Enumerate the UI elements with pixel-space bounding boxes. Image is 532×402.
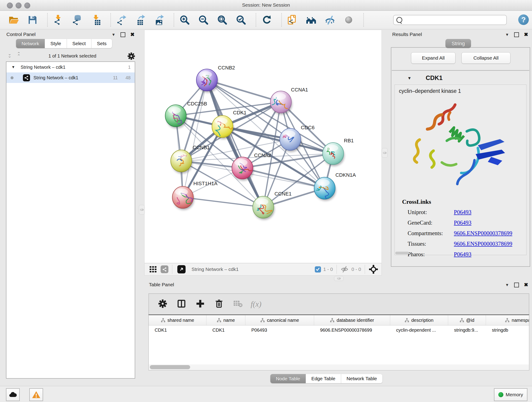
import-network-database-button[interactable] (71, 14, 83, 26)
collapse-all-button[interactable]: Collapse All (462, 52, 510, 64)
function-builder-icon[interactable]: f(x) (251, 300, 261, 308)
gene-section-header[interactable]: ▼ CDK1 (392, 73, 529, 83)
network-tree: ▼ String Network – cdk1 1 String Network… (6, 61, 135, 379)
tab-style[interactable]: Style (45, 39, 67, 48)
render-mode-button[interactable] (343, 14, 355, 26)
tab-node-table[interactable]: Node Table (270, 374, 306, 383)
export-table-button[interactable] (134, 14, 146, 26)
tab-network-table[interactable]: Network Table (341, 374, 383, 383)
crosslink-link[interactable]: P06493 (454, 220, 471, 226)
export-network-button[interactable] (115, 14, 127, 26)
crosslink-link[interactable]: 9606.ENSP00000378699 (454, 230, 512, 236)
table-cell[interactable]: 9606.ENSP00000378699 (314, 327, 390, 333)
search-input[interactable] (404, 17, 506, 23)
network-node-RB1[interactable]: RB1 (323, 138, 354, 166)
settings-gear-button[interactable] (158, 299, 168, 310)
expand-all-button[interactable]: Expand All (411, 52, 456, 64)
column-header-name[interactable]: name (206, 315, 245, 325)
split-columns-button[interactable] (177, 299, 186, 310)
column-header-database-identifier[interactable]: database identifier (314, 315, 390, 325)
results-panel-menu-icon[interactable]: ▼ (505, 33, 509, 37)
table-row[interactable]: CDK1CDK1P064939606.ENSP00000378699cyclin… (149, 325, 529, 335)
cloud-status-button[interactable] (6, 388, 20, 401)
crosslink-row: Compartments: 9606.ENSP00000378699 (408, 230, 522, 241)
network-canvas[interactable]: CCNB2 CCNA1 CDC25B CDK1 CDC6 (144, 30, 382, 263)
crosslink-link[interactable]: P06493 (454, 209, 471, 216)
collapse-all-networks-icon[interactable]: ⌄⌄ (6, 53, 13, 57)
network-options-gear-icon[interactable] (127, 52, 136, 61)
table-cell[interactable]: P06493 (245, 327, 314, 333)
control-panel-float-icon[interactable] (120, 32, 125, 37)
zoom-out-button[interactable] (197, 14, 209, 26)
import-table-file-button[interactable] (90, 14, 102, 26)
zoom-in-button[interactable] (179, 14, 191, 26)
table-panel-float-icon[interactable] (514, 283, 519, 287)
table-panel-close-icon[interactable]: ✖ (524, 282, 528, 287)
results-scrollbar-thumb[interactable] (395, 252, 409, 254)
selected-checkbox-icon[interactable] (315, 266, 321, 273)
network-collection-row[interactable]: ▼ String Network – cdk1 1 (6, 62, 135, 72)
network-graph[interactable]: CCNB2 CCNA1 CDC25B CDK1 CDC6 (145, 30, 381, 263)
network-edges[interactable] (176, 80, 333, 207)
network-node-CCNA1[interactable]: CCNA1 (270, 87, 308, 115)
network-view-mode-icon[interactable] (161, 265, 168, 273)
network-current-indicator (11, 76, 13, 79)
help-button[interactable]: ? (518, 14, 529, 25)
crosshair-navigate-icon[interactable] (369, 264, 378, 274)
zoom-fit-button[interactable] (216, 14, 228, 26)
crosslink-link[interactable]: 9606.ENSP00000378699 (454, 241, 512, 247)
table-cell[interactable]: CDK1 (149, 327, 206, 333)
open-session-button[interactable] (8, 14, 20, 26)
crosslink-link[interactable]: P06493 (454, 251, 471, 258)
gene-expander-icon[interactable]: ▼ (407, 76, 412, 81)
right-splitter-grip[interactable] (382, 148, 388, 158)
expand-all-networks-icon[interactable]: ⌃⌃ (15, 53, 22, 57)
title-bar: Session: New Session (0, 0, 532, 11)
network-node-CCNB2[interactable]: CCNB2 (196, 65, 235, 93)
tab-network[interactable]: Network (16, 39, 45, 48)
save-session-button[interactable] (27, 14, 38, 26)
search-box[interactable] (393, 15, 507, 25)
network-node-HIST1H1A[interactable]: HIST1H1A (172, 181, 217, 210)
add-column-button[interactable] (195, 299, 205, 310)
left-splitter-grip[interactable] (139, 205, 145, 215)
column-header-@id[interactable]: @id (448, 315, 486, 325)
table-cell[interactable]: stringdb (486, 327, 529, 333)
hide-selected-button[interactable] (324, 14, 336, 26)
show-all-button[interactable] (305, 14, 317, 26)
warnings-button[interactable] (29, 388, 43, 401)
table-panel-menu-icon[interactable]: ▼ (505, 283, 509, 287)
export-image-button[interactable] (153, 14, 165, 26)
import-network-file-button[interactable] (52, 14, 64, 26)
birdseye-view-button[interactable] (177, 265, 186, 274)
first-neighbors-button[interactable] (286, 14, 298, 26)
results-panel-close-icon[interactable]: ✖ (524, 32, 528, 37)
column-header-description[interactable]: description (390, 315, 448, 325)
tab-edge-table[interactable]: Edge Table (306, 374, 341, 383)
memory-button[interactable]: Memory (494, 388, 527, 401)
table-hscrollbar-thumb[interactable] (150, 365, 190, 369)
network-row[interactable]: String Network – cdk1 11 48 (6, 72, 135, 83)
zoom-selected-button[interactable] (235, 14, 247, 26)
column-header-shared-name[interactable]: shared name (149, 315, 206, 325)
table-cell[interactable]: stringdb:9... (448, 327, 486, 333)
grid-view-button[interactable] (149, 265, 157, 274)
bottom-splitter-grip[interactable] (334, 276, 344, 281)
tab-sets[interactable]: Sets (91, 39, 112, 48)
control-panel-menu-icon[interactable]: ▼ (112, 33, 115, 37)
results-panel-float-icon[interactable] (514, 32, 519, 37)
tab-select[interactable]: Select (67, 39, 91, 48)
table-cell[interactable]: CDK1 (206, 327, 245, 333)
table-cell[interactable]: cyclin-dependent ... (390, 327, 448, 333)
control-panel-close-icon[interactable]: ✖ (130, 32, 134, 37)
network-node-CDKN1A[interactable]: CDKN1A (314, 172, 356, 201)
column-header-canonical-name[interactable]: canonical name (245, 315, 314, 325)
tab-string[interactable]: String (445, 39, 471, 48)
delete-table-button[interactable] (233, 299, 243, 310)
node-label-CDC25B: CDC25B (187, 101, 207, 107)
delete-column-button[interactable] (214, 299, 224, 310)
collection-expander-icon[interactable]: ▼ (12, 65, 15, 69)
node-label-CCNB2: CCNB2 (218, 65, 235, 70)
column-header-namespace[interactable]: namespace (486, 315, 529, 325)
refresh-button[interactable] (261, 14, 273, 26)
